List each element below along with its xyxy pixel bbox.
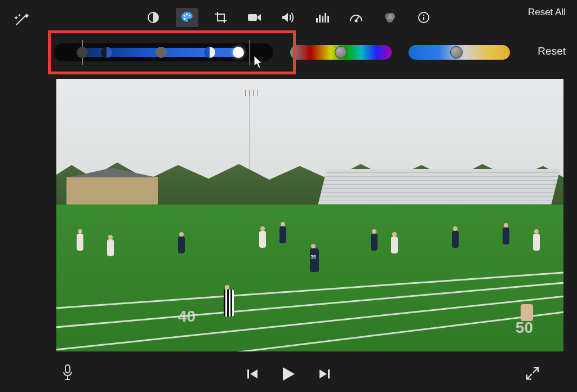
player — [259, 231, 266, 248]
player — [77, 234, 83, 251]
volume-icon[interactable] — [277, 8, 300, 27]
color-filters-icon[interactable] — [379, 8, 401, 27]
player — [452, 231, 459, 248]
reset-button[interactable]: Reset — [538, 45, 566, 57]
transport-bar — [0, 358, 577, 392]
svg-point-3 — [189, 15, 190, 16]
svg-point-1 — [184, 15, 185, 16]
skip-back-icon[interactable] — [246, 368, 259, 382]
svg-rect-9 — [325, 13, 326, 23]
saturation-knob[interactable] — [335, 46, 347, 59]
adjustments-toolbar — [0, 6, 577, 29]
referee — [224, 289, 234, 317]
crop-icon[interactable] — [210, 8, 232, 27]
yard-line — [56, 310, 563, 351]
player — [533, 234, 540, 251]
player-35: 35 — [310, 248, 319, 272]
player — [178, 237, 185, 253]
svg-rect-6 — [316, 18, 318, 23]
svg-rect-10 — [327, 16, 329, 23]
quarter-light-puck[interactable] — [204, 47, 215, 58]
color-palette-icon[interactable] — [176, 8, 198, 27]
saturation-slider[interactable] — [290, 45, 392, 60]
info-icon[interactable] — [412, 8, 435, 27]
svg-rect-18 — [247, 369, 249, 378]
shadows-puck[interactable] — [77, 47, 88, 58]
expand-icon[interactable] — [525, 366, 540, 383]
color-sliders-row — [54, 38, 566, 66]
skip-forward-icon[interactable] — [318, 368, 331, 382]
yard-marker: 40 — [178, 308, 196, 326]
svg-rect-7 — [319, 15, 321, 23]
svg-rect-19 — [328, 369, 330, 378]
magic-wand-icon[interactable] — [10, 10, 33, 29]
svg-point-4 — [184, 18, 185, 20]
player — [107, 239, 114, 256]
equalizer-icon[interactable] — [311, 8, 334, 27]
speed-gauge-icon[interactable] — [345, 8, 367, 27]
svg-point-2 — [186, 14, 188, 15]
preview-field: 40 50 35 — [56, 204, 563, 351]
play-icon[interactable] — [281, 366, 296, 384]
reset-all-button[interactable]: Reset All — [528, 7, 566, 18]
toolbar-icon-group — [142, 8, 435, 27]
tick-high — [249, 40, 250, 65]
midtones-puck[interactable] — [156, 47, 167, 58]
contrast-icon[interactable] — [142, 8, 165, 27]
spectator — [521, 304, 533, 321]
svg-point-16 — [423, 15, 424, 16]
player — [371, 234, 378, 251]
temperature-slider[interactable] — [409, 45, 510, 60]
svg-rect-8 — [322, 16, 323, 23]
exposure-multipuck-slider[interactable] — [54, 43, 273, 61]
microphone-icon[interactable] — [61, 364, 74, 383]
player — [503, 228, 509, 244]
camera-icon[interactable] — [243, 8, 266, 27]
player — [279, 226, 286, 243]
highlights-puck[interactable] — [233, 47, 244, 58]
preview-stadium-lights — [242, 90, 259, 96]
svg-point-14 — [387, 16, 393, 23]
svg-rect-5 — [248, 14, 257, 21]
yard-marker: 50 — [516, 319, 533, 337]
playback-controls — [246, 366, 331, 384]
video-preview[interactable]: 40 50 35 — [56, 79, 563, 351]
svg-rect-17 — [65, 365, 70, 373]
temperature-knob[interactable] — [450, 46, 463, 59]
player — [391, 237, 398, 253]
svg-point-11 — [355, 20, 357, 21]
quarter-dark-puck[interactable] — [101, 47, 112, 58]
